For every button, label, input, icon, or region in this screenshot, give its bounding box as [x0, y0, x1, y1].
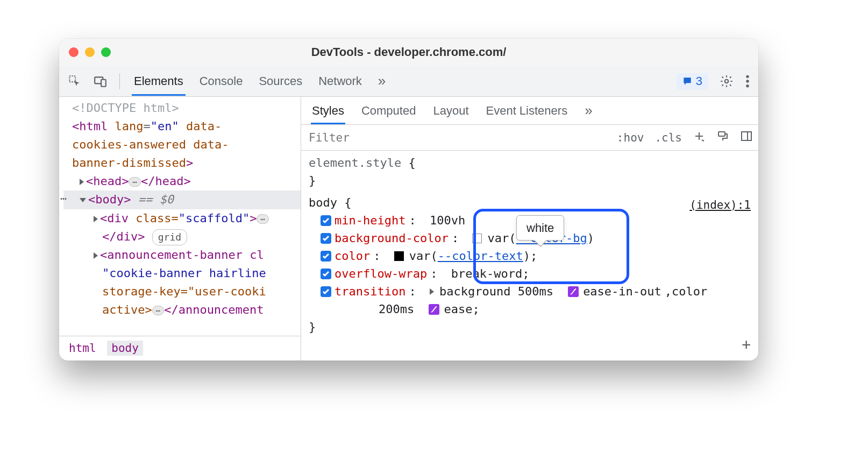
prop-transition[interactable]: transition: background 500ms ease-in-out… — [309, 283, 751, 300]
inspect-icon[interactable] — [68, 74, 82, 88]
html-line[interactable]: <html lang="en" data- — [63, 117, 301, 136]
grid-badge[interactable]: grid — [152, 229, 187, 245]
breadcrumb-html[interactable]: html — [65, 341, 101, 356]
minimize-window-button[interactable] — [85, 47, 95, 57]
main-toolbar: Elements Console Sources Network » 3 — [59, 66, 758, 97]
element-style-rule[interactable]: element.style { } — [309, 154, 751, 189]
cls-button[interactable]: .cls — [649, 131, 687, 144]
elements-panel: <!DOCTYPE html> <html lang="en" data- co… — [59, 97, 301, 361]
svg-point-5 — [746, 80, 749, 82]
kebab-menu-icon[interactable] — [745, 74, 750, 88]
zoom-window-button[interactable] — [101, 47, 111, 57]
prop-overflow-wrap[interactable]: overflow-wrap: break-word; — [309, 265, 751, 283]
tab-layout[interactable]: Layout — [432, 97, 469, 124]
body-line-selected[interactable]: <body> == $0 — [63, 190, 301, 209]
announcement-line-3[interactable]: storage-key="user-cooki — [63, 283, 301, 301]
close-window-button[interactable] — [69, 47, 79, 57]
devtools-window: DevTools - developer.chrome.com/ Element… — [59, 39, 758, 361]
message-icon — [682, 76, 693, 87]
checkbox-icon[interactable] — [321, 251, 331, 262]
styles-filter-bar: :hov .cls — [301, 125, 758, 151]
canvas: DevTools - developer.chrome.com/ Element… — [0, 0, 868, 466]
html-line-3[interactable]: banner-dismissed> — [63, 154, 301, 172]
sidebar-panel: Styles Computed Layout Event Listeners »… — [301, 97, 758, 361]
tab-event-listeners[interactable]: Event Listeners — [485, 97, 569, 124]
main-content: <!DOCTYPE html> <html lang="en" data- co… — [59, 97, 758, 361]
scaffold-line[interactable]: <div class="scaffold">⋯ — [63, 209, 301, 228]
breadcrumb-bar: html body — [59, 336, 301, 361]
expand-icon[interactable] — [430, 288, 434, 295]
traffic-lights — [69, 47, 111, 57]
color-swatch-black[interactable] — [394, 251, 404, 261]
window-titlebar: DevTools - developer.chrome.com/ — [59, 39, 758, 66]
scaffold-close[interactable]: </div> grid — [63, 228, 301, 246]
breadcrumb-body[interactable]: body — [107, 341, 143, 356]
svg-point-6 — [746, 84, 749, 87]
issues-count: 3 — [696, 74, 702, 88]
ellipsis-badge: ⋯ — [129, 177, 140, 187]
add-rule-button[interactable]: + — [742, 334, 751, 356]
tab-styles[interactable]: Styles — [311, 97, 345, 124]
prop-color[interactable]: color: var(--color-text); — [309, 247, 751, 265]
tooltip-text: white — [527, 221, 554, 235]
html-line-2[interactable]: cookies-answered data- — [63, 136, 301, 154]
body-selector[interactable]: body — [309, 196, 337, 209]
filter-input[interactable] — [301, 125, 611, 150]
doctype-line[interactable]: <!DOCTYPE html> — [63, 99, 301, 117]
svg-rect-7 — [718, 132, 725, 136]
issues-badge[interactable]: 3 — [677, 73, 708, 89]
tab-console[interactable]: Console — [197, 67, 245, 96]
prop-transition-cont[interactable]: 200ms ease; — [309, 300, 751, 318]
tab-elements[interactable]: Elements — [132, 67, 186, 96]
window-title: DevTools - developer.chrome.com/ — [59, 45, 758, 59]
checkbox-icon[interactable] — [321, 269, 331, 279]
checkbox-icon[interactable] — [321, 233, 331, 244]
tooltip-white: white — [516, 215, 564, 241]
sidebar-tabs-overflow[interactable]: » — [584, 97, 593, 125]
checkbox-icon[interactable] — [321, 215, 331, 226]
toolbar-divider — [119, 73, 120, 89]
tab-network[interactable]: Network — [316, 67, 364, 96]
hov-button[interactable]: :hov — [611, 131, 650, 144]
tabs-overflow[interactable]: » — [376, 65, 388, 97]
head-line[interactable]: <head>⋯</head> — [63, 172, 301, 190]
styles-pane: element.style { } (index):1 body { min-h… — [301, 151, 758, 361]
color-swatch-white[interactable] — [472, 234, 482, 243]
gear-icon[interactable] — [720, 74, 734, 88]
announcement-line-2[interactable]: "cookie-banner hairline — [63, 264, 301, 283]
tab-computed[interactable]: Computed — [360, 97, 417, 124]
computed-panel-toggle-icon[interactable] — [735, 130, 758, 145]
svg-point-3 — [725, 79, 729, 83]
svg-point-4 — [746, 75, 749, 77]
checkbox-icon[interactable] — [321, 286, 331, 297]
new-style-rule-icon[interactable] — [687, 130, 711, 145]
bezier-icon[interactable] — [429, 304, 439, 315]
tab-sources[interactable]: Sources — [257, 67, 304, 96]
paint-icon[interactable] — [711, 130, 735, 145]
announcement-line-1[interactable]: <announcement-banner cl — [63, 246, 301, 264]
sidebar-tabs: Styles Computed Layout Event Listeners » — [301, 97, 758, 125]
bezier-icon[interactable] — [568, 286, 579, 297]
device-toolbar-icon[interactable] — [94, 74, 108, 88]
announcement-line-4[interactable]: active>⋯</announcement — [63, 301, 301, 319]
svg-rect-2 — [101, 79, 106, 86]
dom-tree[interactable]: <!DOCTYPE html> <html lang="en" data- co… — [59, 97, 301, 336]
svg-rect-8 — [742, 132, 751, 140]
var-color-text-link[interactable]: --color-text — [438, 249, 523, 263]
